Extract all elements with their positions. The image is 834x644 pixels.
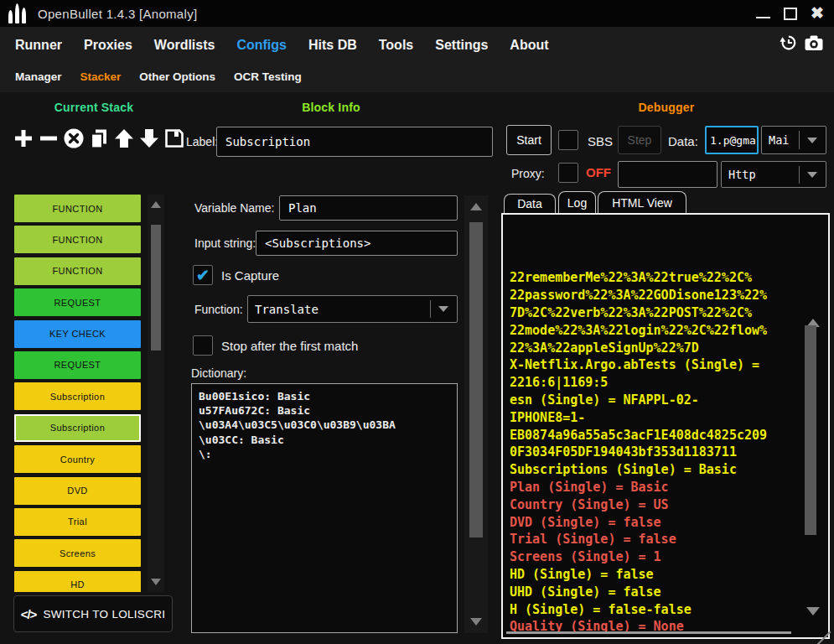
clear-stack-icon[interactable] (62, 126, 85, 151)
stack-block[interactable]: FUNCTION (14, 195, 141, 222)
app-logo-icon (8, 3, 26, 23)
history-icon[interactable] (779, 34, 797, 52)
stack-block[interactable]: FUNCTION (14, 226, 141, 253)
log-line: Plan (Single) = Basic (510, 479, 803, 496)
move-up-icon[interactable] (112, 126, 136, 151)
stack-toolbar (12, 126, 186, 151)
proxy-status-badge: OFF (586, 165, 611, 179)
stack-block[interactable]: Subscription (14, 414, 141, 442)
menu-item[interactable]: Hits DB (308, 38, 357, 53)
log-line: H (Single) = false-false (510, 601, 803, 619)
submenu-item[interactable]: OCR Testing (234, 70, 302, 83)
maximize-icon[interactable] (784, 8, 797, 20)
dictionary-textarea[interactable]: Bu00E1sico: Basicu57FAu672C: Basic\u03A4… (191, 383, 458, 633)
stack-block[interactable]: REQUEST (14, 288, 141, 316)
label-caption: Label: (186, 135, 218, 148)
log-lines: 22rememberMe%22%3A%22true%22%2C%22passwo… (510, 217, 803, 639)
menu-item[interactable]: About (510, 38, 548, 53)
stack-block[interactable]: Country (14, 445, 141, 473)
log-scroll-down-icon[interactable] (806, 607, 820, 615)
debugger-data-input[interactable]: 1.p@gma: (705, 126, 759, 154)
log-line: EB0874a96a55a5c3acF1E408dc4825c209 (510, 427, 803, 444)
log-line: Subscriptions (Single) = Basic (510, 461, 803, 479)
dictionary-caption: Dictionary: (191, 366, 246, 380)
stack-scrollbar-thumb[interactable] (151, 225, 161, 351)
stack-block[interactable]: KEY CHECK (14, 320, 141, 348)
submenu-item[interactable]: Stacker (80, 70, 122, 83)
screenshot-camera-icon[interactable] (804, 34, 824, 52)
submenu-item[interactable]: Manager (15, 70, 62, 83)
scroll-up-icon[interactable] (151, 201, 161, 208)
tab[interactable]: Data (504, 194, 556, 213)
function-dropdown[interactable]: Translate (247, 295, 458, 323)
dictionary-line: Bu00E1sico: Basic (199, 389, 450, 403)
log-line: Screens (Single) = 1 (510, 548, 803, 566)
sbs-checkbox[interactable] (558, 130, 578, 150)
is-capture-checkbox[interactable]: ✔ (193, 265, 213, 285)
save-config-icon[interactable] (163, 126, 186, 151)
submenu-item[interactable]: Other Options (139, 70, 215, 83)
scroll-down-icon[interactable] (151, 579, 161, 585)
wordlist-type-dropdown[interactable]: Mai (761, 126, 826, 154)
stop-after-first-match-label: Stop after the first match (221, 339, 358, 353)
proxy-type-dropdown[interactable]: Http (721, 161, 826, 188)
log-line: 1 (Single) = :{"fieldType":"String (510, 636, 803, 639)
scroll-down-icon[interactable] (470, 618, 482, 626)
step-button[interactable]: Step (618, 126, 661, 154)
variable-name-input[interactable]: Plan (279, 195, 458, 221)
tab[interactable]: HTML View (598, 191, 686, 213)
proxy-input[interactable] (618, 161, 717, 188)
dictionary-line: u57FAu672C: Basic (199, 403, 450, 418)
stack-block[interactable]: HD (14, 571, 141, 592)
stack-block[interactable]: Trial (14, 508, 141, 536)
log-line: 0F3034F05DF194043bf353d1183711 (510, 444, 803, 461)
checkmark-icon: ✔ (196, 267, 210, 283)
log-scrollbar-thumb[interactable] (805, 325, 816, 535)
menu-item[interactable]: Configs (236, 38, 287, 53)
menu-item[interactable]: Settings (435, 38, 488, 53)
dictionary-line: \u03CC: Basic (199, 433, 450, 447)
close-icon[interactable]: ✖ (811, 7, 824, 20)
menu-item[interactable]: Proxies (84, 38, 132, 53)
code-icon: </> (21, 607, 37, 621)
duplicate-block-icon[interactable] (87, 126, 111, 151)
menu-item[interactable]: Wordlists (154, 38, 215, 53)
stacker-view: Current Stack Block Info Debugger (0, 92, 834, 644)
openbullet-window: OpenBullet 1.4.3 [Anomaly] ✖ RunnerProxi… (0, 0, 834, 644)
block-info-scrollbar[interactable] (464, 195, 488, 633)
proxy-checkbox[interactable] (558, 163, 578, 183)
main-menu: RunnerProxiesWordlistsConfigsHits DBTool… (0, 34, 834, 57)
debugger-title: Debugger (503, 101, 830, 114)
label-input[interactable]: Subscription (216, 127, 493, 157)
block-info-scrollbar-thumb[interactable] (469, 222, 483, 538)
input-string-input[interactable]: <Subscriptions> (256, 231, 458, 256)
data-caption: Data: (668, 134, 698, 148)
stack-block[interactable]: FUNCTION (14, 257, 141, 285)
remove-block-icon[interactable] (37, 126, 60, 151)
start-button[interactable]: Start (506, 125, 552, 155)
stack-block[interactable]: Subscription (14, 382, 141, 410)
switch-to-loliscript-button[interactable]: </> SWITCH TO LOLISCRI (13, 595, 173, 632)
switch-button-label: SWITCH TO LOLISCRI (43, 608, 165, 621)
move-down-icon[interactable] (137, 126, 161, 151)
minimize-icon[interactable] (756, 8, 770, 18)
menu-item[interactable]: Runner (15, 38, 62, 53)
log-hscrollbar-thumb[interactable] (506, 631, 791, 634)
stop-after-first-match-checkbox[interactable] (193, 335, 213, 356)
log-line: 22password%22%3A%22GODisone123%22% (510, 287, 803, 304)
stack-scrollbar[interactable] (148, 195, 164, 592)
stack-block[interactable]: Screens (14, 539, 141, 567)
scroll-up-icon[interactable] (470, 203, 482, 210)
window-title: OpenBullet 1.4.3 [Anomaly] (38, 7, 197, 21)
add-block-icon[interactable] (12, 126, 35, 151)
menu-item[interactable]: Tools (379, 38, 413, 53)
tab[interactable]: Log (558, 191, 596, 213)
log-line: 22%3A%22appleSignUp%22%7D (510, 340, 803, 357)
log-line: 2216:6|1169:5 (510, 374, 803, 392)
log-line: Trial (Single) = false (510, 531, 803, 548)
log-line: 22mode%22%3A%22login%22%2C%22flow% (510, 322, 803, 340)
stack-block[interactable]: DVD (14, 477, 141, 505)
stack-block[interactable]: REQUEST (14, 351, 141, 379)
dropdown-separator (430, 300, 431, 319)
debugger-log-panel[interactable]: 22rememberMe%22%3A%22true%22%2C%22passwo… (501, 213, 830, 639)
